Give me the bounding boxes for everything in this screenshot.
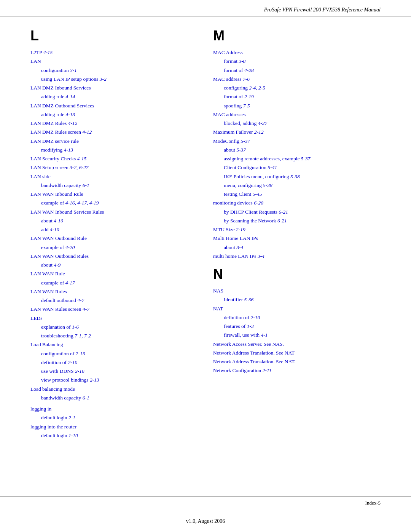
section-entries-m: MAC Addressformat 3-8format of 4-28MAC a… [213,48,381,260]
list-item: multi home LAN IPs 3-4 [213,252,381,260]
index-sub-entry[interactable]: Client Configuration 5-41 [213,165,277,170]
index-sub-entry[interactable]: using LAN IP setup options 3-2 [30,76,107,82]
index-sub-entry[interactable]: adding rule 4-13 [30,112,75,117]
index-sub-entry[interactable]: example of 4-16, 4-17, 4-19 [30,200,99,206]
index-main-entry[interactable]: LAN WAN Outbound Rules [30,253,89,259]
index-sub-entry[interactable]: firewall, use with 4-1 [213,332,268,338]
list-item: menu, configuring 5-38 [213,181,381,189]
index-main-entry[interactable]: Network Access Server. See NAS. [213,341,284,347]
index-main-entry[interactable]: LAN WAN Inbound Rule [30,191,83,197]
list-item: adding rule 4-13 [30,110,198,118]
index-sub-entry[interactable]: explanation of 1-6 [30,324,79,330]
index-main-entry[interactable]: LAN DMZ Outbound Services [30,103,94,109]
list-item: Load balancing mode [30,385,198,393]
index-sub-entry[interactable]: format of 4-28 [213,67,254,73]
index-main-entry[interactable]: LAN WAN Rules [30,289,67,294]
section-letter-n: N [213,266,381,282]
index-sub-entry[interactable]: testing Client 5-45 [213,191,262,197]
index-sub-entry[interactable]: features of 1-3 [213,323,254,329]
index-sub-entry[interactable]: about 4-9 [30,262,61,268]
index-sub-entry[interactable]: modifying 4-13 [30,147,73,153]
index-sub-entry[interactable]: example of 4-17 [30,280,75,286]
index-main-entry[interactable]: Multi Home LAN IPs [213,235,258,241]
index-sub-entry[interactable]: troubleshooting 7-1, 7-2 [30,333,91,339]
list-item: LAN DMZ Rules 4-12 [30,119,198,127]
index-main-entry[interactable]: MAC Address [213,50,243,55]
index-main-entry[interactable]: logging into the router [30,424,76,430]
index-main-entry[interactable]: LAN DMZ Rules 4-12 [30,120,77,126]
index-sub-entry[interactable]: IKE Policies menu, configuring 5-38 [213,174,300,179]
index-main-entry[interactable]: multi home LAN IPs 3-4 [213,253,264,259]
index-main-entry[interactable]: LEDs [30,315,43,321]
index-sub-entry[interactable]: bandwidth capacity 6-1 [30,182,89,188]
index-sub-entry[interactable]: configuring 2-4, 2-5 [213,85,265,91]
index-main-entry[interactable]: LAN WAN Rule [30,271,65,276]
index-sub-entry[interactable]: example of 4-20 [30,244,75,250]
index-sub-entry[interactable]: definition of 2-10 [30,359,77,365]
index-sub-entry[interactable]: about 3-4 [213,244,243,250]
index-main-entry[interactable]: L2TP 4-15 [30,50,53,55]
list-item: LAN WAN Rule [30,270,198,278]
section-letter-l: L [30,28,198,44]
index-sub-entry[interactable]: format 3-8 [213,58,245,64]
index-main-entry[interactable]: MAC addresses [213,112,246,117]
index-sub-entry[interactable]: adding rule 4-14 [30,94,75,99]
index-main-entry[interactable]: LAN WAN Outbound Rule [30,235,87,241]
index-main-entry[interactable]: LAN Security Checks 4-15 [30,156,86,161]
page: ProSafe VPN Firewall 200 FVX538 Referenc… [0,0,411,532]
index-main-entry[interactable]: LAN DMZ Rules screen 4-12 [30,129,92,135]
index-main-entry[interactable]: NAT [213,306,223,312]
list-item: LAN WAN Rules [30,288,198,296]
index-main-entry[interactable]: LAN WAN Rules screen 4-7 [30,306,89,312]
left-column: L L2TP 4-15LANconfiguration 3-1using LAN… [30,28,198,440]
index-sub-entry[interactable]: default outbound 4-7 [30,297,84,303]
index-main-entry[interactable]: Network Address Translation. See NAT [213,350,295,356]
index-sub-entry[interactable]: about 4-10 [30,218,63,224]
index-main-entry[interactable]: Load balancing mode [30,386,75,392]
index-sub-entry[interactable]: blocked, adding 4-27 [213,120,267,126]
list-item: LAN DMZ service rule [30,137,198,145]
index-main-entry[interactable]: LAN DMZ Inbound Services [30,85,91,91]
index-sub-entry[interactable]: spoofing 7-5 [213,103,250,109]
index-main-entry[interactable]: LAN side [30,174,51,179]
right-sections: MMAC Addressformat 3-8format of 4-28MAC … [213,28,381,375]
index-sub-entry[interactable]: about 5-37 [213,147,246,153]
index-sub-entry[interactable]: format of 2-19 [213,94,254,99]
index-sub-entry[interactable]: bandwidth capacity 6-1 [30,395,89,401]
index-main-entry[interactable]: LAN [30,58,41,64]
index-main-entry[interactable]: monitoring devices 6-20 [213,200,263,206]
index-main-entry[interactable]: MTU Size 2-19 [213,227,245,232]
index-sub-entry[interactable]: Identifier 5-36 [213,297,253,302]
list-item: logging in [30,405,198,413]
index-sub-entry[interactable]: configuration 3-1 [30,67,77,73]
list-item: blocked, adding 4-27 [213,119,381,127]
index-main-entry[interactable]: Maximum Failover 2-12 [213,129,264,135]
index-sub-entry[interactable]: use with DDNS 2-16 [30,368,84,374]
list-item: configuring 2-4, 2-5 [213,84,381,92]
index-main-entry[interactable]: LAN DMZ service rule [30,138,79,144]
index-main-entry[interactable]: Network Address Translation. See NAT. [213,359,296,364]
index-sub-entry[interactable]: default login 1-10 [30,433,78,438]
index-sub-entry[interactable]: menu, configuring 5-38 [213,182,272,188]
index-sub-entry[interactable]: default login 2-1 [30,415,75,420]
list-item: LAN WAN Inbound Rule [30,190,198,198]
index-main-entry[interactable]: Load Balancing [30,342,63,347]
index-sub-entry[interactable]: definition of 2-10 [213,315,260,320]
list-item: bandwidth capacity 6-1 [30,181,198,189]
index-sub-entry[interactable]: by DHCP Client Requests 6-21 [213,209,288,215]
index-main-entry[interactable]: logging in [30,406,51,412]
index-main-entry[interactable]: Network Configuration 2-11 [213,367,271,373]
index-main-entry[interactable]: LAN WAN Inbound Services Rules [30,209,104,215]
index-sub-entry[interactable]: add 4-10 [30,227,59,232]
index-main-entry[interactable]: NAS [213,288,223,294]
list-item: Network Access Server. See NAS. [213,340,381,348]
index-main-entry[interactable]: LAN Setup screen 3-2, 6-27 [30,165,89,170]
index-main-entry[interactable]: ModeConfig 5-37 [213,138,250,144]
index-sub-entry[interactable]: by Scanning the Network 6-21 [213,218,287,224]
index-sub-entry[interactable]: assigning remote addresses, example 5-37 [213,156,311,161]
list-item: IKE Policies menu, configuring 5-38 [213,173,381,181]
index-sub-entry[interactable]: view protocol bindings 2-13 [30,377,99,383]
index-main-entry[interactable]: MAC address 7-6 [213,76,250,82]
index-sub-entry[interactable]: configuration of 2-13 [30,351,85,356]
list-item: definition of 2-10 [30,358,198,366]
